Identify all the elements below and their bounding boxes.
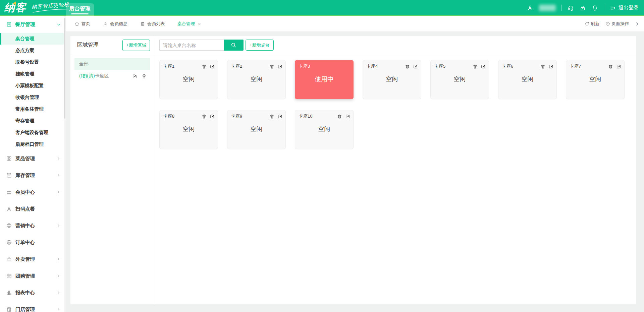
- support-headset-icon[interactable]: [568, 5, 574, 11]
- table-status: 空闲: [227, 75, 285, 83]
- tab-member-list[interactable]: 会员列表: [140, 21, 165, 27]
- lock-icon[interactable]: [580, 5, 586, 11]
- sidebar-group-inventory[interactable]: 库存管理: [0, 167, 66, 184]
- table-status: 空闲: [431, 75, 489, 83]
- trash-icon[interactable]: [269, 64, 274, 69]
- sidebar-item-storage-management[interactable]: 寄存管理: [0, 115, 66, 127]
- tables-area: +新增桌台 卡座1 空闲 卡座2 空闲: [154, 36, 636, 304]
- refresh-button[interactable]: 刷新: [585, 21, 599, 27]
- edit-icon[interactable]: [277, 64, 282, 69]
- table-card[interactable]: 卡座6 空闲: [498, 60, 557, 99]
- region-item-all[interactable]: 全部: [74, 58, 150, 70]
- edit-icon[interactable]: [481, 64, 486, 69]
- member-info-icon: [103, 21, 108, 26]
- edit-icon[interactable]: [210, 114, 215, 119]
- inventory-icon: [6, 172, 12, 178]
- chevron-right-icon: [56, 224, 60, 228]
- restaurant-icon: [6, 21, 12, 27]
- page-actions-button[interactable]: 页面操作: [605, 21, 629, 27]
- nav-tab-backoffice[interactable]: 后台管理: [66, 3, 94, 16]
- table-status: 空闲: [160, 125, 218, 133]
- nav-tab-underline: [71, 13, 89, 14]
- table-card-occupied[interactable]: 卡座3 使用中: [295, 60, 354, 99]
- sidebar-group-groupbuy[interactable]: 团购管理: [0, 267, 66, 284]
- add-region-button[interactable]: +新增区域: [122, 40, 150, 51]
- edit-icon[interactable]: [616, 64, 621, 69]
- home-icon: [74, 21, 79, 26]
- search-input[interactable]: [159, 40, 224, 51]
- trash-icon[interactable]: [202, 64, 207, 69]
- trash-icon[interactable]: [269, 114, 274, 119]
- sidebar-item-required-dishes[interactable]: 必点方案: [0, 45, 66, 56]
- search-button[interactable]: [224, 40, 244, 51]
- chevron-right-icon[interactable]: [635, 22, 639, 26]
- tab-table-management[interactable]: 桌台管理 ×: [177, 21, 201, 27]
- bell-icon[interactable]: [592, 5, 598, 11]
- sidebar-item-kitchen-stations[interactable]: 后厨档口管理: [0, 138, 66, 150]
- region-item-prefix: (结)(清): [79, 73, 95, 79]
- sidebar-group-reports[interactable]: 报表中心: [0, 284, 66, 301]
- scan-order-icon: [6, 206, 12, 212]
- trash-icon[interactable]: [608, 64, 613, 69]
- edit-icon[interactable]: [345, 114, 350, 119]
- sidebar-item-client-devices[interactable]: 客户端设备管理: [0, 127, 66, 138]
- trash-icon[interactable]: [202, 114, 207, 119]
- region-panel-title: 区域管理: [77, 42, 99, 49]
- sidebar-group-marketing[interactable]: 营销中心: [0, 217, 66, 234]
- logout-icon: [610, 5, 616, 11]
- bar-chart-icon: [6, 290, 12, 296]
- table-status: 空闲: [160, 75, 218, 83]
- sidebar-group-scan-order[interactable]: 扫码点餐: [0, 200, 66, 217]
- chevron-right-icon: [56, 157, 60, 161]
- sidebar-group-dishes[interactable]: 菜品管理: [0, 150, 66, 167]
- sidebar-group-stores[interactable]: 门店管理: [0, 301, 66, 312]
- table-card[interactable]: 卡座7 空闲: [566, 60, 625, 99]
- edit-icon[interactable]: [210, 64, 215, 69]
- sidebar-scrollbar-track: [64, 16, 66, 312]
- table-card[interactable]: 卡座9 空闲: [227, 110, 286, 149]
- table-card[interactable]: 卡座8 空闲: [159, 110, 218, 149]
- add-table-button[interactable]: +新增桌台: [246, 40, 274, 51]
- page-actions-icon: [605, 21, 610, 26]
- tab-home[interactable]: 首页: [74, 21, 90, 27]
- table-card[interactable]: 卡座1 空闲: [159, 60, 218, 99]
- sidebar-item-cashier-management[interactable]: 收银台管理: [0, 91, 66, 103]
- tab-member-info[interactable]: 会员信息: [103, 21, 127, 27]
- trash-icon[interactable]: [405, 64, 410, 69]
- sidebar-item-receipt-template[interactable]: 小票模板配置: [0, 80, 66, 91]
- brand-logo: 纳客: [4, 0, 26, 15]
- content-panel: 区域管理 +新增区域 全部 (结)(清) 卡座区 +新增桌台: [70, 36, 636, 304]
- sidebar-item-pickup-number[interactable]: 取餐号设置: [0, 56, 66, 68]
- trash-icon[interactable]: [540, 64, 545, 69]
- search-icon: [230, 42, 237, 48]
- edit-icon[interactable]: [548, 64, 553, 69]
- trash-icon[interactable]: [473, 64, 478, 69]
- trash-icon[interactable]: [142, 74, 147, 79]
- table-status: 空闲: [566, 75, 624, 83]
- sidebar-item-table-management[interactable]: 桌台管理: [0, 33, 66, 45]
- edit-icon[interactable]: [413, 64, 418, 69]
- close-icon[interactable]: ×: [198, 21, 201, 26]
- username-redacted: [539, 5, 556, 11]
- table-card[interactable]: 卡座5 空闲: [430, 60, 489, 99]
- sidebar-item-credit-management[interactable]: 挂账管理: [0, 68, 66, 80]
- table-status: 空闲: [227, 125, 285, 133]
- logout-button[interactable]: 退出登录: [610, 5, 639, 11]
- chevron-right-icon: [56, 307, 60, 311]
- table-card[interactable]: 卡座4 空闲: [363, 60, 421, 99]
- sidebar-group-restaurant[interactable]: 餐厅管理: [0, 16, 66, 33]
- table-card[interactable]: 卡座2 空闲: [227, 60, 286, 99]
- sidebar-scrollbar-thumb[interactable]: [64, 18, 65, 119]
- sidebar-item-common-remarks[interactable]: 常用备注管理: [0, 103, 66, 115]
- sidebar-group-member-center[interactable]: 会员中心: [0, 184, 66, 200]
- chevron-right-icon: [56, 274, 60, 278]
- edit-icon[interactable]: [277, 114, 282, 119]
- sidebar-group-order-center[interactable]: 订单中心: [0, 234, 66, 251]
- trash-icon[interactable]: [337, 114, 342, 119]
- sidebar-group-takeout[interactable]: 外卖管理: [0, 251, 66, 267]
- brand-tagline: 纳客管店更轻松: [32, 1, 70, 13]
- edit-icon[interactable]: [132, 74, 137, 79]
- member-list-icon: [140, 21, 145, 26]
- table-card[interactable]: 卡座10 空闲: [295, 110, 354, 149]
- region-item-booth-area[interactable]: (结)(清) 卡座区: [74, 70, 150, 82]
